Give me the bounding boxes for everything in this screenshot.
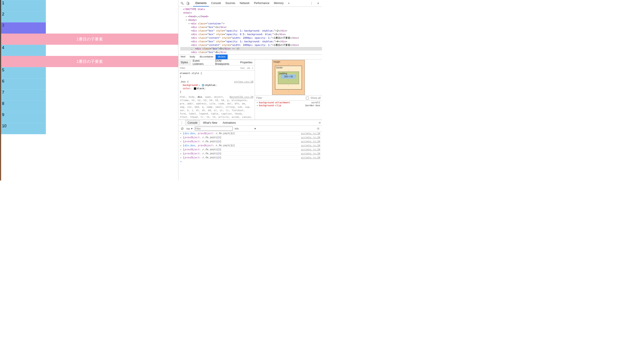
box-7: 7 — [1, 90, 46, 101]
page-container: 1 2 3 1番目の子要素 4 1番目の子要素 5 6 7 8 9 10 — [0, 0, 178, 134]
close-brace-2: } — [180, 90, 253, 94]
box-6: 6 — [1, 78, 46, 90]
computed-filter-row: Filter Show all — [255, 95, 322, 101]
styles-rules[interactable]: element.style { } styles.css:18.box { ba… — [178, 71, 255, 120]
settings-icon[interactable]: ⋮ — [309, 1, 314, 6]
content-row-2: 1番目の子要素 — [1, 56, 178, 67]
bc-body[interactable]: body — [188, 54, 198, 59]
tab-styles[interactable]: Styles — [178, 60, 190, 65]
console-body[interactable]: ▸[div.box, prevObject: r.fn.init(1)]scri… — [178, 132, 322, 180]
devtools-tabs: Elements Console Sources Network Perform… — [193, 0, 308, 6]
clear-console-icon[interactable] — [180, 126, 185, 131]
box-8: 8 — [1, 101, 46, 112]
bc-box[interactable]: div.box — [216, 54, 228, 59]
styles-right: margin - border - padding- 200 × 50 - - … — [255, 60, 322, 120]
content-row-1: 1番目の子要素 — [1, 34, 178, 45]
show-all-label: Show all — [310, 96, 321, 100]
tab-properties[interactable]: Properties — [238, 60, 255, 65]
box-4: 4 — [1, 45, 46, 56]
element-style-open: element.style { — [180, 72, 202, 75]
tab-sources[interactable]: Sources — [223, 0, 238, 6]
border-top-dash: - — [278, 69, 299, 72]
close-brace-1: } — [180, 75, 253, 78]
drawer-tabs: ⋮ Console What's New Animations ✕ — [178, 120, 322, 126]
svg-rect-2 — [188, 3, 189, 4]
box-10: 10 — [1, 123, 46, 134]
box-model-dim: 200 × 50 — [281, 74, 296, 79]
drawer-tab-whatsnew[interactable]: What's New — [201, 120, 220, 125]
drawer-close-icon[interactable]: ✕ — [318, 121, 321, 124]
devtools-toolbar: Elements Console Sources Network Perform… — [178, 0, 322, 7]
skyblue-swatch-icon[interactable] — [202, 84, 204, 86]
color-val[interactable]: black — [197, 87, 204, 90]
breadcrumb: html body div.container div.box — [178, 54, 322, 59]
border-bottom-dash: - — [278, 84, 299, 86]
padding-label: padding — [279, 72, 287, 75]
bc-html[interactable]: html — [178, 54, 188, 59]
close-devtools-icon[interactable]: ✕ — [316, 1, 321, 6]
svg-point-4 — [318, 128, 319, 129]
drawer-tab-animations[interactable]: Animations — [220, 120, 238, 125]
tab-network[interactable]: Network — [238, 0, 252, 6]
styles-filter-input[interactable]: Filter — [180, 67, 185, 69]
box-3: 3 — [1, 22, 46, 34]
box-1: 1 — [1, 0, 46, 11]
margin-bottom-dash: - — [275, 90, 302, 92]
border-label: border — [276, 66, 283, 69]
styles-row: Styles Event Listeners DOM Breakpoints P… — [178, 59, 322, 120]
styles-left: Styles Event Listeners DOM Breakpoints P… — [178, 60, 255, 120]
log-level-select[interactable]: Info — [234, 127, 238, 130]
tab-memory[interactable]: Memory — [272, 0, 286, 6]
bg-val[interactable]: skyblue — [205, 84, 215, 86]
console-settings-icon[interactable] — [316, 126, 321, 131]
black-swatch-icon[interactable] — [194, 88, 196, 90]
reset-rule-source[interactable]: RestetCSS.css:20 — [230, 95, 253, 99]
console-toolbar: top ▼ Info ▼ — [178, 126, 322, 132]
color-prop: color — [183, 87, 190, 90]
box-rule-selector: .box { — [180, 80, 189, 83]
elements-body: <!DOCTYPE html><html>▸<head>…</head>▾<bo… — [178, 7, 322, 59]
styles-filter-row: Filter :hov .cls + — [178, 65, 255, 71]
devtools-panel: Elements Console Sources Network Perform… — [178, 0, 322, 180]
bc-container[interactable]: div.container — [198, 54, 216, 59]
margin-top-dash: - — [275, 63, 302, 66]
device-mode-icon[interactable] — [186, 1, 190, 6]
padding-bottom-dash: - — [281, 79, 296, 81]
hov-toggle[interactable]: :hov — [240, 67, 245, 69]
dom-tree[interactable]: <!DOCTYPE html><html>▸<head>…</head>▾<bo… — [178, 7, 322, 54]
page-panel: 1 2 3 1番目の子要素 4 1番目の子要素 5 6 7 8 9 10 — [0, 0, 178, 180]
bg-prop: background — [183, 84, 198, 86]
tab-console[interactable]: Console — [209, 0, 223, 6]
tab-elements[interactable]: Elements — [193, 0, 209, 6]
drawer-menu-icon[interactable]: ⋮ — [179, 120, 184, 125]
inspect-icon[interactable] — [180, 1, 185, 6]
styles-tabs: Styles Event Listeners DOM Breakpoints P… — [178, 60, 255, 65]
console-filter-input[interactable] — [195, 126, 233, 130]
box-rule-source[interactable]: styles.css:18 — [234, 80, 253, 84]
show-all-checkbox[interactable] — [306, 96, 309, 100]
margin-label: margin — [273, 60, 280, 63]
reset-selector-list: html, body, div, span, object, iframe, h… — [180, 95, 253, 120]
console-drawer: ⋮ Console What's New Animations ✕ top ▼ … — [178, 120, 322, 180]
computed-list[interactable]: ▸background-attachmentscroll▸background-… — [255, 101, 322, 120]
page-edge — [0, 0, 1, 180]
new-rule-button[interactable]: + — [252, 67, 253, 69]
cls-toggle[interactable]: .cls — [246, 67, 250, 69]
tab-more[interactable]: » — [286, 0, 292, 6]
context-select[interactable]: top ▼ — [186, 127, 193, 130]
box-2: 2 — [1, 11, 46, 22]
box-model[interactable]: margin - border - padding- 200 × 50 - - … — [255, 60, 322, 95]
computed-filter-input[interactable]: Filter — [256, 96, 262, 100]
level-dropdown-icon[interactable]: ▼ — [254, 127, 256, 130]
tab-performance[interactable]: Performance — [252, 0, 272, 6]
drawer-tab-console[interactable]: Console — [185, 120, 200, 125]
box-9: 9 — [1, 112, 46, 123]
padding-right-dash: - — [295, 74, 296, 77]
box-5: 5 — [1, 67, 46, 78]
